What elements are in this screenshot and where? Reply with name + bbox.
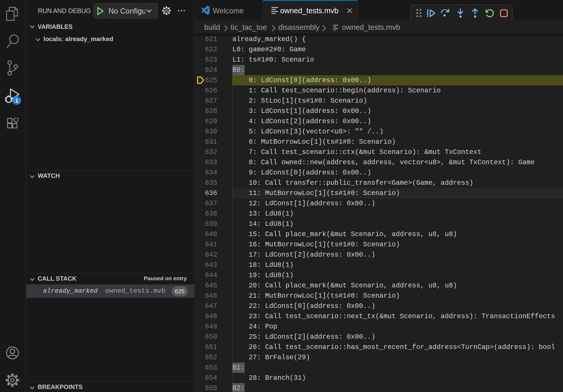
- svg-text:1: 1: [15, 97, 18, 104]
